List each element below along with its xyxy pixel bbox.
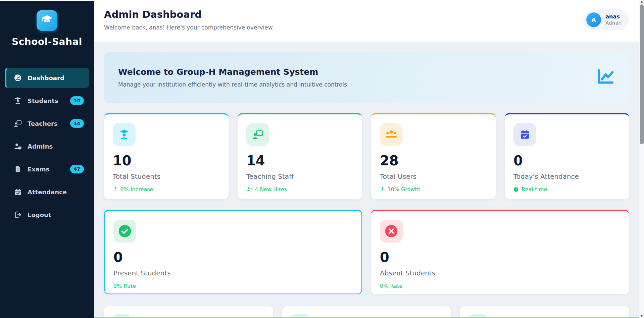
window-top-edge	[0, 0, 644, 1]
teacher-icon	[246, 123, 269, 146]
stat-sub: 0% Rate	[113, 283, 353, 289]
stats-row: 10 Total Students ↑ 6% Increase 14 Teach…	[104, 113, 629, 199]
scroll-up-arrow[interactable]	[640, 1, 643, 3]
sidebar-nav: Dashboard Students 10 Teachers	[0, 56, 94, 225]
gauge-icon	[13, 73, 22, 82]
exams-count-badge: 47	[70, 165, 84, 173]
stat-card-total-users: 28 Total Users ↑ 10% Growth	[371, 113, 496, 199]
sidebar-item-admins[interactable]: Admins	[5, 136, 89, 156]
stat-sub: ↑ 6% Increase	[113, 186, 220, 193]
user-name: anas	[605, 13, 622, 20]
page-subtitle: Welcome back, anas! Here's your comprehe…	[104, 24, 644, 31]
sidebar-item-label: Admins	[28, 143, 53, 150]
sidebar: School-Sahal Dashboard	[0, 0, 94, 318]
stat-value: 0	[380, 251, 621, 264]
arrow-up-icon: ↑	[113, 187, 117, 192]
calendar-check-icon	[513, 123, 536, 146]
x-circle-glyph	[384, 224, 399, 238]
banner-subtitle: Manage your institution efficiently with…	[118, 81, 615, 88]
stat-card-todays-attendance: 0 Today's Attendance Real-time	[505, 113, 629, 199]
check-circle-glyph	[117, 224, 132, 238]
dashboard-content: Welcome to Group-H Management System Man…	[94, 42, 644, 318]
page-title: Admin Dashboard	[94, 0, 644, 20]
stat-sub: 0% Rate	[380, 283, 621, 289]
user-menu[interactable]: A anas Admin	[583, 9, 629, 30]
person-plus-icon	[246, 187, 252, 192]
stat-label: Present Students	[113, 269, 353, 277]
banner-title: Welcome to Group-H Management System	[118, 67, 615, 77]
user-role: Admin	[605, 20, 622, 26]
partial-card	[104, 306, 273, 318]
stat-card-present-students: 0 Present Students 0% Rate	[104, 210, 362, 294]
stat-sub-label: 4 New Hires	[255, 186, 287, 193]
avatar: A	[586, 12, 601, 27]
users-group-icon	[380, 123, 403, 146]
brand: School-Sahal	[0, 0, 94, 47]
scrollbar-thumb[interactable]	[640, 4, 644, 144]
stat-label: Absent Students	[380, 269, 621, 277]
stat-value: 0	[113, 251, 353, 264]
stat-sub: Real-time	[513, 186, 621, 193]
partial-card	[460, 306, 629, 318]
sidebar-item-label: Dashboard	[28, 74, 64, 82]
stat-sub: ↑ 10% Growth	[380, 186, 487, 193]
stat-value: 0	[513, 154, 621, 167]
document-icon	[13, 165, 22, 173]
stat-sub-label: Real-time	[522, 186, 547, 193]
sidebar-item-dashboard[interactable]: Dashboard	[5, 68, 89, 88]
teachers-count-badge: 14	[70, 119, 84, 128]
stat-value: 10	[113, 154, 220, 167]
main-area: Admin Dashboard Welcome back, anas! Here…	[94, 0, 644, 318]
stat-sub-label: 0% Rate	[113, 283, 136, 289]
app-logo	[37, 10, 57, 31]
logout-icon	[13, 210, 22, 219]
sidebar-item-label: Logout	[28, 211, 51, 218]
line-chart-icon	[596, 67, 615, 88]
stat-sub-label: 6% Increase	[120, 186, 153, 193]
stat-card-teaching-staff: 14 Teaching Staff 4 New Hires	[238, 113, 362, 199]
stat-label: Total Users	[380, 172, 487, 180]
app-title: School-Sahal	[0, 36, 94, 47]
sidebar-item-label: Exams	[28, 166, 50, 173]
stat-sub: 4 New Hires	[246, 186, 353, 193]
stat-sub-label: 10% Growth	[387, 186, 420, 193]
sidebar-item-students[interactable]: Students 10	[5, 91, 89, 111]
stat-label: Teaching Staff	[246, 172, 353, 180]
stat-value: 14	[246, 154, 353, 167]
sidebar-item-label: Teachers	[28, 120, 58, 127]
stat-sub-label: 0% Rate	[380, 283, 402, 289]
sidebar-item-label: Students	[28, 97, 58, 104]
sidebar-item-exams[interactable]: Exams 47	[5, 159, 89, 179]
arrow-up-icon: ↑	[380, 187, 385, 192]
graduation-cap-icon	[41, 14, 53, 27]
clock-icon	[513, 187, 519, 192]
sidebar-item-logout[interactable]: Logout	[5, 205, 89, 225]
attendance-row: 0 Present Students 0% Rate 0 Absent S	[104, 210, 629, 294]
sidebar-item-teachers[interactable]: Teachers 14	[5, 113, 89, 134]
stat-card-total-students: 10 Total Students ↑ 6% Increase	[104, 113, 229, 199]
check-circle-icon	[113, 220, 136, 243]
student-icon	[13, 96, 22, 105]
students-count-badge: 10	[70, 96, 84, 105]
admin-shield-icon	[13, 142, 22, 151]
page-header: Admin Dashboard Welcome back, anas! Here…	[94, 0, 644, 42]
vertical-scrollbar[interactable]	[639, 0, 644, 318]
x-circle-icon	[380, 220, 403, 243]
welcome-banner: Welcome to Group-H Management System Man…	[104, 52, 629, 103]
stat-value: 28	[380, 154, 487, 167]
scroll-down-arrow[interactable]	[640, 315, 643, 317]
stat-card-absent-students: 0 Absent Students 0% Rate	[371, 210, 629, 294]
sidebar-item-label: Attendance	[28, 189, 67, 196]
user-info: anas Admin	[605, 13, 622, 26]
next-cards-row	[104, 306, 629, 318]
stat-label: Today's Attendance	[513, 172, 621, 180]
sidebar-item-attendance[interactable]: Attendance	[5, 182, 89, 202]
partial-card	[282, 306, 451, 318]
calendar-check-icon	[13, 188, 22, 196]
student-icon	[113, 123, 136, 146]
stat-label: Total Students	[113, 172, 220, 180]
teacher-icon	[13, 119, 22, 128]
